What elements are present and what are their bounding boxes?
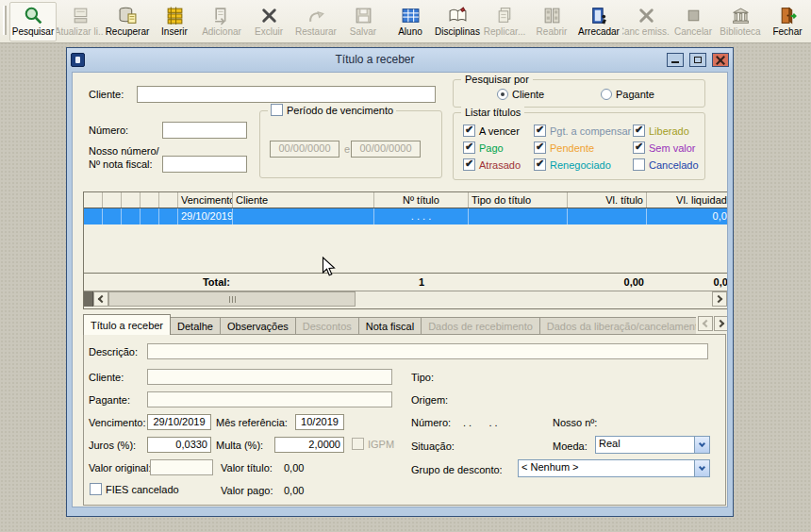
checkbox-sem-valor[interactable]: [633, 141, 645, 154]
valor-pago-label: Valor pago:: [221, 485, 273, 496]
multa-input[interactable]: 2,0000: [274, 437, 344, 453]
juros-input[interactable]: 0,0330: [147, 437, 211, 453]
origem-label: Origem:: [411, 394, 448, 406]
cliente-search-input[interactable]: [137, 86, 436, 103]
grid-col-indicator: [141, 192, 159, 208]
detail-cliente-input[interactable]: [147, 369, 392, 385]
checkbox-pgt-a-compensar[interactable]: [534, 125, 546, 137]
tab-dados-liberacao-cancelamento: Dados da liberação/cancelamento: [539, 317, 696, 335]
tab-observacoes[interactable]: Observações: [220, 317, 296, 335]
tabstrip-scroll-left-button[interactable]: [698, 316, 713, 331]
checkbox-pago[interactable]: [463, 141, 475, 154]
nosso-no-label: Nosso nº:: [553, 417, 597, 428]
grupo-desconto-dropdown[interactable]: < Nenhum >: [518, 459, 710, 477]
delete-x-icon: [259, 6, 279, 25]
toolbar-button-excluir: Excluir: [245, 2, 292, 42]
scrollbar-track[interactable]: [356, 291, 712, 307]
toolbar-button-adicionar: Adicionar: [198, 2, 245, 42]
radio-pagante[interactable]: [601, 89, 612, 100]
tabstrip-scroll-right-button[interactable]: [714, 316, 728, 331]
grid-header-cliente[interactable]: Cliente: [233, 192, 374, 208]
insert-rows-icon: [165, 6, 185, 25]
dropdown-button[interactable]: [694, 460, 709, 476]
nosso-numero-search-input[interactable]: [162, 156, 247, 173]
collect-book-icon: [589, 6, 609, 25]
dialog-titlebar[interactable]: Título a receber: [67, 48, 733, 71]
grid-selected-row[interactable]: 29/10/2019 . . . . 0,00: [84, 208, 727, 224]
cancel-emission-x-icon: [637, 6, 656, 25]
grid-header-vencimento[interactable]: Vencimento: [178, 192, 233, 208]
dialog-system-icon[interactable]: [71, 53, 85, 67]
detail-cliente-label: Cliente:: [89, 372, 124, 383]
toolbar-button-fechar[interactable]: Fechar: [764, 2, 811, 42]
toolbar-button-inserir[interactable]: Inserir: [151, 2, 198, 42]
toolbar-button-pesquisar[interactable]: Pesquisar: [9, 2, 57, 42]
vencimento-input[interactable]: 29/10/2019: [147, 414, 211, 430]
checkbox-cancelado[interactable]: [633, 158, 645, 171]
book-icon: [448, 6, 468, 25]
chevron-right-icon: [715, 295, 722, 303]
row-vl-liquidado: 0,00: [647, 208, 728, 224]
numero-search-input[interactable]: [162, 122, 247, 139]
moeda-dropdown[interactable]: Real: [595, 436, 710, 454]
tab-descontos: Descontos: [295, 317, 359, 335]
toolbar-button-replicar: Replicar...: [481, 2, 528, 42]
cancel-square-icon: [684, 6, 703, 25]
chevron-left-icon: [703, 320, 710, 327]
search-icon: [24, 6, 43, 25]
checkbox-pendente[interactable]: [534, 141, 546, 154]
toolbar-button-restaurar: Restaurar: [292, 2, 339, 42]
grid-header-no-titulo[interactable]: Nº título: [374, 192, 469, 208]
vencimento-label: Vencimento:: [89, 417, 146, 428]
toolbar-button-reabrir: Reabrir: [528, 2, 575, 42]
mouse-cursor: [322, 257, 337, 277]
scrollbar-thumb[interactable]: [108, 291, 356, 307]
toolbar-button-cancelar: Cancelar: [670, 2, 717, 42]
radio-cliente[interactable]: [497, 89, 508, 100]
mes-referencia-input[interactable]: 10/2019: [295, 414, 344, 430]
checkbox-a-vencer[interactable]: [463, 125, 475, 137]
tab-nota-fiscal[interactable]: Nota fiscal: [358, 317, 422, 335]
multa-label: Multa (%):: [216, 440, 263, 451]
grid-horizontal-scrollbar[interactable]: [84, 291, 727, 307]
tab-detalhe[interactable]: Detalhe: [170, 317, 221, 335]
save-floppy-icon: [354, 6, 373, 25]
close-button[interactable]: [712, 53, 729, 67]
scroll-right-button[interactable]: [712, 291, 727, 307]
toolbar-button-aluno[interactable]: Aluno: [387, 2, 434, 42]
valor-original-input[interactable]: [150, 459, 213, 475]
titulo-a-receber-window: Título a receber Cliente: Número: Nosso …: [66, 47, 734, 517]
situacao-label: Situação:: [411, 441, 455, 452]
grid-header-tipo[interactable]: Tipo do título: [469, 192, 568, 208]
descricao-label: Descrição:: [89, 346, 138, 357]
reopen-cabinet-icon: [542, 6, 562, 25]
toolbar-button-canc-emiss: Canc emiss...: [622, 2, 670, 42]
maximize-button[interactable]: [689, 53, 706, 67]
descricao-input[interactable]: [147, 343, 708, 359]
total-count: 1: [374, 274, 469, 290]
valor-titulo-label: Valor título:: [221, 462, 273, 474]
chevron-down-icon: [699, 441, 705, 447]
label-pgt-a-compensar: Pgt. a compensar: [550, 125, 631, 137]
checkbox-liberado[interactable]: [633, 125, 645, 137]
grid-header-vl-titulo[interactable]: Vl. título: [568, 192, 647, 208]
dropdown-button[interactable]: [694, 437, 709, 453]
numero-label: Número:: [89, 125, 128, 136]
tab-titulo-a-receber[interactable]: Título a receber: [83, 314, 171, 335]
periodo-vencimento-checkbox[interactable]: [271, 104, 283, 116]
toolbar-button-disciplinas[interactable]: Disciplinas: [434, 2, 481, 42]
results-grid: Vencimento Cliente Nº título Tipo do tít…: [83, 191, 728, 309]
toolbar-button-recuperar[interactable]: Recuperar: [104, 2, 151, 42]
toolbar-grip[interactable]: [3, 6, 7, 35]
label-sem-valor: Sem valor: [649, 142, 696, 154]
checkbox-atrasado[interactable]: [463, 158, 475, 171]
add-document-icon: [212, 6, 232, 25]
grid-header-vl-liquidado[interactable]: Vl. liquidado: [647, 192, 728, 208]
chevron-left-icon: [98, 295, 106, 303]
pagante-input[interactable]: [147, 391, 392, 407]
toolbar-button-arrecadar[interactable]: Arrecadar: [575, 2, 622, 42]
fies-cancelado-checkbox[interactable]: [90, 483, 102, 495]
scroll-left-button[interactable]: [93, 291, 108, 307]
minimize-button[interactable]: [667, 53, 684, 67]
checkbox-renegociado[interactable]: [534, 158, 546, 171]
